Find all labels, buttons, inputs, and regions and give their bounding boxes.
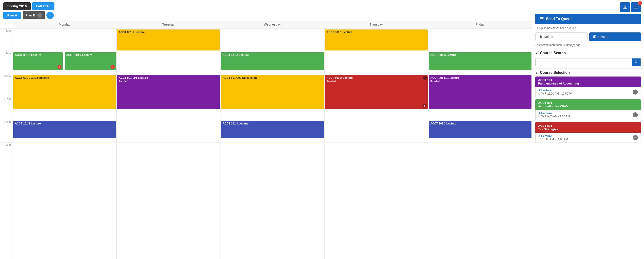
acct301-section-time: M W F 9:00 AM - 9:50 AM	[538, 115, 570, 118]
thursday-header: Thursday	[324, 21, 428, 28]
acct301-mon-block[interactable]: ACCT 301 A Lecture !	[13, 52, 63, 70]
wednesday-10am: ACCT 601 C02 Discussion	[220, 74, 324, 97]
acct101-fri-block[interactable]: ACCT 101 3 Lecture	[429, 121, 532, 138]
plan-tab-b[interactable]: Plan B −	[23, 11, 45, 19]
thursday-9am	[324, 51, 428, 74]
calendar: Monday Tuesday Wednesday Thursday Friday…	[0, 21, 532, 259]
wednesday-header: Wednesday	[220, 21, 324, 28]
save-as-label: Save As	[598, 35, 609, 39]
enrolled-sub-thu: Enrolled	[326, 80, 426, 83]
acct101-mon-block[interactable]: ACCT 101 3 Lecture	[13, 121, 116, 138]
acct101-section-label[interactable]: 3 Lecture	[538, 89, 573, 92]
semester-tab-spring[interactable]: Spring 2016	[3, 2, 31, 10]
acct601-wed-disc-block[interactable]: ACCT 601 C02 Discussion	[221, 75, 324, 109]
acct901-tue-block[interactable]: ACCT 901 L01 Lecture Enrolled	[117, 75, 220, 109]
monday-9am: ACCT 301 A Lecture ! ACCT 601 2 Lecture …	[13, 51, 116, 74]
time-12pm: 12pm	[0, 120, 12, 143]
monday-8am	[13, 28, 116, 51]
acct501-section-label[interactable]: A Lecture	[538, 134, 568, 138]
thursday-8am: ACCT 801 1 Lecture	[324, 28, 428, 51]
acct101-header[interactable]: ACCT 101Fundamentals of Accounting	[535, 76, 641, 87]
acct501-thu-block[interactable]: ACCT 501 A Lecture Enrolled − i	[325, 75, 428, 109]
acct801-tue-block[interactable]: ACCT 801 1 Lecture	[117, 29, 220, 50]
monday-1pm	[13, 143, 116, 165]
calendar-body: 8am 9am 10am 11am 12pm 1pm ACCT 301 A Le…	[0, 28, 532, 259]
acct301-section-label[interactable]: A Lecture	[538, 111, 570, 115]
send-queue-label: Send To Queue	[546, 17, 572, 21]
download-button[interactable]	[620, 2, 630, 12]
acct801-thu-block[interactable]: ACCT 801 1 Lecture	[325, 29, 428, 50]
acct301-remove-button[interactable]: −	[633, 112, 638, 117]
error-icon: !	[58, 65, 62, 69]
tuesday-1pm	[117, 143, 220, 165]
monday-10am: ACCT 601 C02 Discussion	[13, 74, 116, 97]
monday-12pm: ACCT 101 3 Lecture	[13, 120, 116, 143]
time-1pm: 1pm	[0, 143, 12, 165]
plan-b-remove-button[interactable]: −	[37, 13, 42, 18]
svg-rect-4	[540, 36, 542, 36]
info-icon-thu[interactable]: i	[422, 104, 426, 108]
wednesday-12pm: ACCT 101 3 Lecture	[220, 120, 324, 143]
time-8am: 8am	[0, 28, 12, 51]
acct301-wed-block[interactable]: ACCT 301 A Lecture	[221, 52, 324, 70]
svg-line-10	[637, 62, 638, 63]
acct301-header[interactable]: ACCT 301Accounting for CPA's	[535, 99, 641, 110]
course-selection-title: Course Selection	[540, 71, 570, 75]
tuesday-header: Tuesday	[116, 21, 220, 28]
list-button[interactable]: 1	[631, 2, 641, 12]
plan-add-button[interactable]: +	[46, 12, 54, 19]
course-search-section-header: ▲ Course Search	[532, 49, 644, 57]
svg-rect-8	[594, 37, 595, 38]
search-button[interactable]	[632, 58, 640, 66]
delete-button[interactable]: Delete	[535, 32, 588, 41]
calendar-header: Monday Tuesday Wednesday Thursday Friday	[0, 21, 532, 28]
acct301-fri-block[interactable]: ACCT 301 A Lecture	[429, 52, 532, 70]
wednesday-9am: ACCT 301 A Lecture	[220, 51, 324, 74]
course-item-acct301: ACCT 301Accounting for CPA's A Lecture M…	[535, 99, 641, 120]
svg-rect-1	[634, 6, 638, 6]
acct601-mon-disc-block[interactable]: ACCT 601 C02 Discussion	[13, 75, 116, 109]
save-as-button[interactable]: Save As	[589, 32, 641, 41]
acct501-section-info: A Lecture Th 10:00 AM - 11:00 AM	[538, 134, 568, 141]
monday-header: Monday	[12, 21, 116, 28]
tuesday-12pm	[117, 120, 220, 143]
semester-tab-fall[interactable]: Fall 2016	[32, 2, 54, 10]
time-9am: 9am	[0, 51, 12, 74]
search-area	[532, 57, 644, 68]
friday-8am	[428, 28, 532, 51]
action-row: Delete Save As	[535, 32, 641, 41]
remove-icon-thu[interactable]: −	[423, 76, 427, 80]
thursday-1pm	[324, 143, 428, 165]
monday-column: ACCT 301 A Lecture ! ACCT 601 2 Lecture …	[12, 28, 116, 259]
acct101-wed-block[interactable]: ACCT 101 3 Lecture	[221, 121, 324, 138]
acct601-mon-block[interactable]: ACCT 601 2 Lecture !	[65, 52, 116, 70]
acct301-section-row: A Lecture M W F 9:00 AM - 9:50 AM −	[535, 110, 641, 120]
tuesday-9am	[117, 51, 220, 74]
friday-column: ACCT 301 A Lecture ACCT 901 L01 Lecture …	[428, 28, 532, 259]
enrolled-sub-fri: Enrolled	[430, 80, 530, 83]
friday-10am: ACCT 901 L01 Lecture Enrolled	[428, 74, 532, 97]
course-search-arrow: ▲	[535, 51, 538, 55]
queue-note: This plan has never been queued	[535, 26, 641, 30]
acct501-remove-button[interactable]: −	[633, 135, 638, 140]
course-selection-arrow: ▲	[535, 71, 538, 74]
friday-1pm	[428, 143, 532, 165]
acct901-fri-block[interactable]: ACCT 901 L01 Lecture Enrolled	[429, 75, 532, 109]
friday-header: Friday	[428, 21, 532, 28]
acct501-header[interactable]: ACCT 501Tax Strategies	[535, 122, 641, 133]
search-input[interactable]	[536, 58, 632, 66]
svg-rect-7	[594, 36, 595, 36]
list-badge: 1	[638, 1, 642, 5]
svg-rect-2	[634, 7, 638, 7]
course-item-acct501: ACCT 501Tax Strategies A Lecture Th 10:0…	[535, 122, 641, 143]
friday-9am: ACCT 301 A Lecture	[428, 51, 532, 74]
sidebar: 1 ☰ Send To Queue This plan has never be…	[532, 0, 644, 259]
plan-tab-a[interactable]: Plan A	[3, 12, 21, 19]
acct301-section-info: A Lecture M W F 9:00 AM - 9:50 AM	[538, 111, 570, 118]
enrolled-sub: Enrolled	[119, 80, 218, 83]
acct101-section-row: 3 Lecture M W F 12:00 PM - 12:50 PM −	[535, 87, 641, 97]
acct501-section-time: Th 10:00 AM - 11:00 AM	[538, 138, 568, 141]
send-to-queue-button[interactable]: ☰ Send To Queue	[535, 14, 641, 24]
thursday-12pm	[324, 120, 428, 143]
acct101-remove-button[interactable]: −	[633, 89, 638, 95]
